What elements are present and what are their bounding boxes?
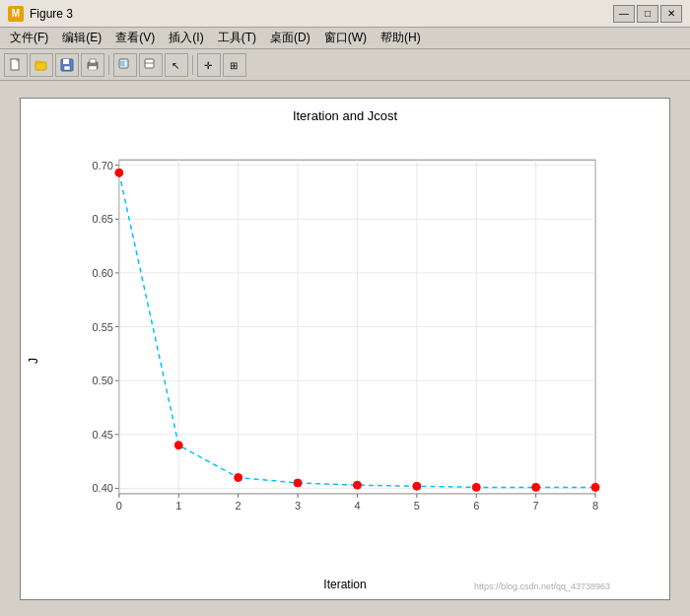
plot-container: Iteration and Jcost J Iteration https://… — [20, 98, 670, 600]
save-button[interactable] — [55, 53, 79, 77]
svg-point-68 — [235, 473, 242, 481]
menu-item-H[interactable]: 帮助(H) — [375, 28, 427, 48]
app-icon: M — [8, 6, 24, 22]
svg-text:4: 4 — [354, 499, 360, 511]
svg-point-66 — [115, 169, 123, 176]
menu-item-T[interactable]: 工具(T) — [212, 28, 262, 48]
y-axis-label: J — [27, 358, 40, 364]
separator-2 — [192, 55, 193, 75]
svg-text:7: 7 — [533, 499, 539, 511]
svg-point-69 — [294, 479, 302, 487]
svg-rect-11 — [124, 61, 127, 66]
svg-rect-8 — [89, 66, 97, 70]
svg-text:0.70: 0.70 — [93, 159, 113, 171]
svg-rect-10 — [120, 61, 124, 66]
title-bar: M Figure 3 — □ ✕ — [0, 0, 690, 28]
svg-text:✛: ✛ — [204, 60, 212, 71]
svg-text:0.40: 0.40 — [93, 482, 113, 494]
svg-point-73 — [532, 483, 540, 491]
data-cursor-button[interactable]: ✛ — [197, 53, 221, 77]
menu-item-V[interactable]: 查看(V) — [109, 28, 161, 48]
menu-item-D[interactable]: 桌面(D) — [264, 28, 316, 48]
x-axis-label: Iteration — [323, 578, 366, 591]
menu-item-E[interactable]: 编辑(E) — [56, 28, 107, 48]
svg-text:0.55: 0.55 — [93, 320, 113, 332]
svg-rect-4 — [63, 59, 69, 64]
svg-point-74 — [591, 483, 599, 491]
chart-svg: 0.400.450.500.550.600.650.70012345678 — [75, 133, 615, 550]
svg-point-70 — [353, 481, 361, 489]
plot-area: Iteration and Jcost J Iteration https://… — [0, 81, 690, 616]
svg-text:0.60: 0.60 — [93, 266, 113, 278]
menu-bar: 文件(F)编辑(E)查看(V)插入(I)工具(T)桌面(D)窗口(W)帮助(H) — [0, 28, 690, 49]
svg-point-67 — [174, 441, 182, 448]
svg-text:5: 5 — [414, 499, 420, 511]
main-window: M Figure 3 — □ ✕ 文件(F)编辑(E)查看(V)插入(I)工具(… — [0, 0, 690, 616]
svg-rect-5 — [64, 66, 70, 70]
menu-item-F[interactable]: 文件(F) — [4, 28, 54, 48]
svg-text:⊞: ⊞ — [230, 60, 238, 71]
zoom-out-button[interactable] — [139, 53, 163, 77]
svg-text:0.45: 0.45 — [93, 428, 113, 440]
maximize-button[interactable]: □ — [637, 5, 658, 23]
svg-point-72 — [472, 483, 480, 491]
open-button[interactable] — [30, 53, 53, 77]
svg-text:0.50: 0.50 — [93, 375, 113, 386]
svg-text:1: 1 — [175, 499, 181, 511]
svg-text:↖: ↖ — [172, 60, 179, 71]
plot-inner: J Iteration https://blog.csdn.net/qq_437… — [21, 123, 669, 599]
window-title: Figure 3 — [30, 7, 607, 21]
pan-button[interactable]: ↖ — [165, 53, 188, 77]
minimize-button[interactable]: — — [613, 5, 635, 23]
svg-text:3: 3 — [295, 499, 301, 511]
new-button[interactable] — [4, 53, 28, 77]
svg-rect-2 — [35, 61, 40, 63]
plot-title: Iteration and Jcost — [293, 108, 397, 123]
rotate-button[interactable]: ⊞ — [223, 53, 246, 77]
close-button[interactable]: ✕ — [660, 5, 682, 23]
separator-1 — [108, 55, 109, 75]
svg-text:8: 8 — [592, 499, 598, 511]
svg-text:0: 0 — [116, 499, 122, 511]
zoom-in-button[interactable] — [113, 53, 137, 77]
svg-rect-12 — [145, 59, 154, 68]
toolbar: ↖ ✛ ⊞ — [0, 49, 690, 81]
svg-text:2: 2 — [236, 499, 242, 511]
menu-item-W[interactable]: 窗口(W) — [318, 28, 373, 48]
print-button[interactable] — [81, 53, 104, 77]
svg-rect-7 — [90, 59, 96, 63]
window-controls: — □ ✕ — [613, 5, 682, 23]
menu-item-I[interactable]: 插入(I) — [163, 28, 209, 48]
svg-text:0.65: 0.65 — [93, 213, 113, 225]
chart-wrap: 0.400.450.500.550.600.650.70012345678 — [75, 133, 615, 550]
svg-point-71 — [413, 482, 421, 490]
svg-text:6: 6 — [473, 499, 479, 511]
watermark: https://blog.csdn.net/qq_43738963 — [474, 582, 610, 591]
